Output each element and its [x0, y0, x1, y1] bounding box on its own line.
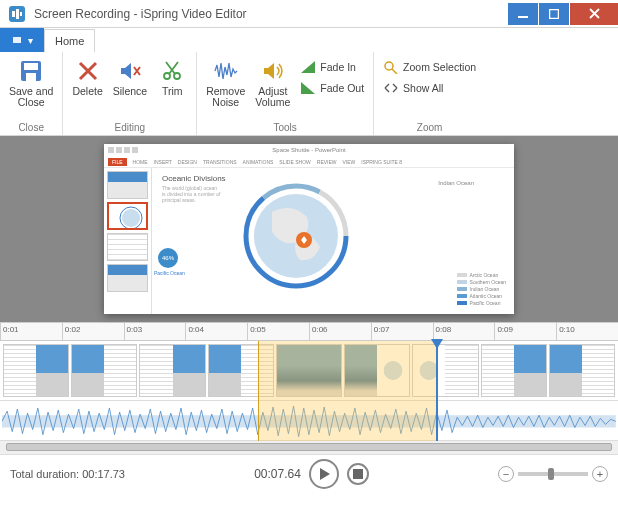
preview-pane: Space Shuttle - PowerPoint FILE HOMEINSE…	[0, 136, 618, 322]
timeline-frame	[139, 344, 205, 397]
waveform	[2, 405, 616, 438]
play-icon	[317, 467, 331, 481]
current-time: 00:07.64	[254, 467, 301, 481]
embedded-powerpoint-window: Space Shuttle - PowerPoint FILE HOMEINSE…	[104, 144, 514, 314]
audio-track[interactable]	[0, 401, 618, 441]
timeline-frame	[344, 344, 410, 397]
ppt-thumb	[107, 233, 148, 261]
adjust-volume-button[interactable]: Adjust Volume	[252, 55, 293, 121]
show-all-icon	[383, 80, 399, 96]
svg-rect-2	[16, 9, 19, 19]
close-button[interactable]	[570, 3, 618, 25]
zoom-selection-button[interactable]: Zoom Selection	[380, 57, 479, 77]
timeline-frame	[208, 344, 274, 397]
zoom-in-button[interactable]: +	[592, 466, 608, 482]
ribbon: Save and Close Close Delete Silence Trim…	[0, 52, 618, 136]
tab-row: ▾ Home	[0, 28, 618, 52]
zoom-control: − +	[498, 466, 608, 482]
play-button[interactable]	[309, 459, 339, 489]
silence-icon	[116, 57, 144, 85]
volume-icon	[259, 57, 287, 85]
delete-icon	[74, 57, 102, 85]
ribbon-group-editing: Delete Silence Trim Editing	[63, 52, 197, 135]
window-title: Screen Recording - iSpring Video Editor	[34, 7, 508, 21]
ppt-slide-thumbnails	[104, 168, 152, 314]
minimize-button[interactable]	[508, 3, 538, 25]
noise-icon	[212, 57, 240, 85]
svg-rect-3	[20, 12, 22, 16]
zoom-out-button[interactable]: −	[498, 466, 514, 482]
svg-rect-22	[353, 469, 363, 479]
timeline-scrollbar[interactable]	[0, 441, 618, 455]
svg-rect-1	[12, 11, 15, 17]
video-track[interactable]	[0, 341, 618, 401]
svg-rect-4	[518, 16, 528, 18]
fade-out-icon	[300, 80, 316, 96]
footer: Total duration: 00:17.73 00:07.64 − +	[0, 455, 618, 493]
save-icon	[17, 57, 45, 85]
timeline-frame	[71, 344, 137, 397]
zoom-slider[interactable]	[518, 472, 588, 476]
svg-point-13	[385, 62, 393, 70]
ribbon-group-close: Save and Close Close	[0, 52, 63, 135]
playhead[interactable]	[436, 341, 438, 441]
trim-button[interactable]: Trim	[154, 55, 190, 121]
ppt-slide-canvas: Oceanic Divisions The world (global) oce…	[152, 168, 514, 314]
svg-rect-9	[24, 63, 38, 70]
fade-out-button[interactable]: Fade Out	[297, 78, 367, 98]
chart-legend: Arctic Ocean Southern Ocean Indian Ocean…	[457, 272, 506, 306]
timeline-frame	[276, 344, 342, 397]
timeline-ruler[interactable]: 0:010:02 0:030:04 0:050:06 0:070:08 0:09…	[0, 323, 618, 341]
ppt-thumb-selected	[107, 202, 148, 230]
ppt-ribbon-tabs: FILE HOMEINSERT DESIGNTRANSITIONS ANIMAT…	[104, 156, 514, 168]
timeline-frame	[481, 344, 547, 397]
ribbon-group-zoom: Zoom Selection Show All Zoom	[374, 52, 485, 135]
trim-icon	[158, 57, 186, 85]
total-duration-label: Total duration: 00:17.73	[10, 468, 125, 480]
svg-point-14	[122, 209, 140, 227]
save-and-close-button[interactable]: Save and Close	[6, 55, 56, 121]
home-tab[interactable]: Home	[44, 29, 95, 52]
silence-button[interactable]: Silence	[110, 55, 150, 121]
zoom-slider-knob[interactable]	[548, 468, 554, 480]
timeline-frame	[3, 344, 69, 397]
file-tab[interactable]: ▾	[0, 28, 44, 52]
titlebar: Screen Recording - iSpring Video Editor	[0, 0, 618, 28]
delete-button[interactable]: Delete	[69, 55, 105, 121]
ppt-thumb	[107, 264, 148, 292]
fade-in-icon	[300, 59, 316, 75]
ppt-thumb	[107, 171, 148, 199]
fade-in-button[interactable]: Fade In	[297, 57, 367, 77]
maximize-button[interactable]	[539, 3, 569, 25]
timeline-frame	[549, 344, 615, 397]
app-icon	[6, 3, 28, 25]
scrollbar-thumb[interactable]	[6, 443, 612, 451]
stop-icon	[353, 469, 363, 479]
svg-rect-10	[26, 73, 36, 81]
zoom-selection-icon	[383, 59, 399, 75]
ribbon-group-tools: Remove Noise Adjust Volume Fade In Fade …	[197, 52, 374, 135]
globe-chart	[242, 182, 350, 290]
stop-button[interactable]	[347, 463, 369, 485]
svg-rect-5	[550, 9, 559, 18]
show-all-button[interactable]: Show All	[380, 78, 479, 98]
remove-noise-button[interactable]: Remove Noise	[203, 55, 248, 121]
timeline-frame	[412, 344, 478, 397]
ppt-titlebar: Space Shuttle - PowerPoint	[104, 144, 514, 156]
timeline: 0:010:02 0:030:04 0:050:06 0:070:08 0:09…	[0, 322, 618, 455]
svg-rect-7	[13, 37, 21, 43]
